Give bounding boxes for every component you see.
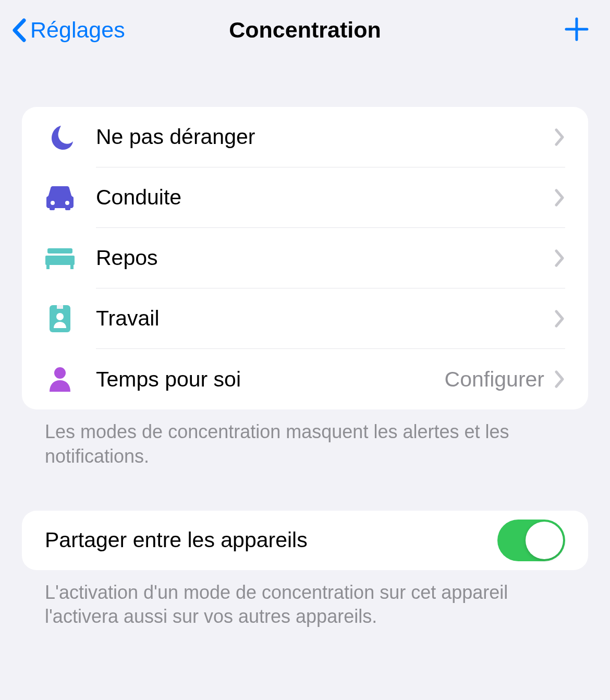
back-label: Réglages	[30, 17, 125, 43]
focus-item-label: Conduite	[96, 185, 555, 210]
svg-point-6	[56, 313, 64, 320]
page-title: Concentration	[229, 17, 381, 43]
svg-rect-0	[47, 248, 72, 254]
svg-rect-1	[45, 256, 75, 265]
share-label: Partager entre les appareils	[45, 528, 308, 552]
plus-icon	[564, 17, 589, 42]
focus-item-label: Repos	[96, 246, 555, 270]
svg-rect-5	[57, 305, 63, 309]
bed-icon	[45, 243, 75, 273]
share-footer-text: L'activation d'un mode de concentration …	[22, 570, 588, 630]
add-button[interactable]	[564, 17, 589, 44]
svg-point-7	[54, 367, 66, 379]
share-toggle[interactable]	[497, 520, 565, 561]
navigation-bar: Réglages Concentration	[0, 0, 610, 60]
focus-modes-list: Ne pas déranger Conduite	[22, 107, 588, 409]
chevron-right-icon	[555, 128, 565, 146]
svg-rect-2	[46, 265, 50, 269]
badge-icon	[45, 304, 75, 334]
focus-item-detail: Configurer	[445, 367, 544, 392]
focus-item-sleep[interactable]: Repos	[22, 228, 588, 288]
chevron-left-icon	[11, 18, 26, 42]
chevron-right-icon	[555, 189, 565, 207]
person-icon	[45, 364, 75, 394]
chevron-right-icon	[555, 249, 565, 267]
focus-footer-text: Les modes de concentration masquent les …	[22, 409, 588, 469]
focus-item-personal[interactable]: Temps pour soi Configurer	[22, 349, 588, 409]
chevron-right-icon	[555, 370, 565, 388]
toggle-knob	[526, 522, 563, 559]
focus-item-driving[interactable]: Conduite	[22, 167, 588, 228]
focus-item-label: Travail	[96, 306, 555, 331]
chevron-right-icon	[555, 310, 565, 328]
share-item: Partager entre les appareils	[22, 511, 588, 570]
moon-icon	[45, 122, 75, 152]
content-area: Ne pas déranger Conduite	[0, 60, 610, 629]
car-icon	[45, 183, 75, 213]
back-button[interactable]: Réglages	[11, 17, 125, 43]
focus-item-work[interactable]: Travail	[22, 288, 588, 349]
svg-rect-3	[70, 265, 74, 269]
focus-item-label: Ne pas déranger	[96, 125, 555, 149]
share-group: Partager entre les appareils	[22, 511, 588, 570]
focus-item-do-not-disturb[interactable]: Ne pas déranger	[22, 107, 588, 167]
focus-item-label: Temps pour soi	[96, 367, 445, 392]
